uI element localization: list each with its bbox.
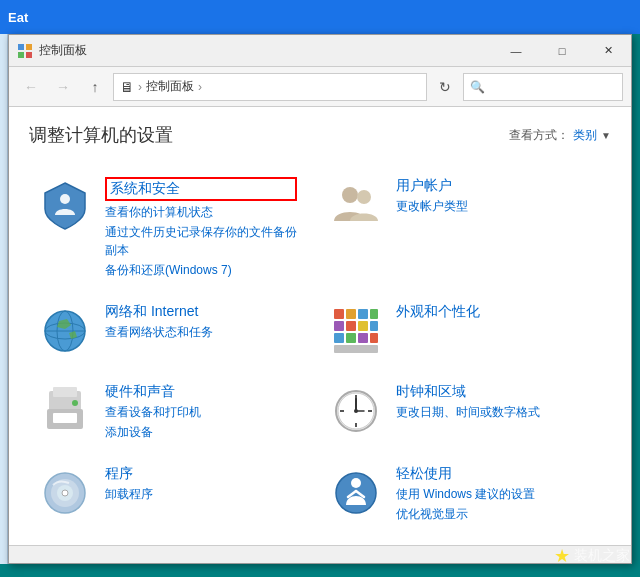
watermark-star: ★ xyxy=(554,545,570,567)
programs-info: 程序 卸载程序 xyxy=(105,465,153,503)
title-controls: — □ ✕ xyxy=(493,35,631,67)
watermark: ★ 装机之家 xyxy=(554,545,630,567)
svg-rect-22 xyxy=(370,333,378,343)
category-clock: 时钟和区域 更改日期、时间或数字格式 xyxy=(320,371,611,453)
user-accounts-icon xyxy=(328,177,384,233)
control-panel-window: 控制面板 — □ ✕ ← → ↑ 🖥 › 控制面板 › ↻ 🔍 调整计算机的设置… xyxy=(8,34,632,564)
network-info: 网络和 Internet 查看网络状态和任务 xyxy=(105,303,213,341)
clock-info: 时钟和区域 更改日期、时间或数字格式 xyxy=(396,383,540,421)
svg-rect-16 xyxy=(346,321,356,331)
hardware-sub1[interactable]: 查看设备和打印机 xyxy=(105,403,201,421)
maximize-button[interactable]: □ xyxy=(539,35,585,67)
svg-point-28 xyxy=(72,400,78,406)
svg-rect-13 xyxy=(358,309,368,319)
hardware-title[interactable]: 硬件和声音 xyxy=(105,383,201,401)
svg-rect-12 xyxy=(346,309,356,319)
svg-point-5 xyxy=(342,187,358,203)
svg-rect-23 xyxy=(334,345,378,353)
user-accounts-info: 用户帐户 更改帐户类型 xyxy=(396,177,468,215)
svg-rect-1 xyxy=(26,44,32,50)
address-path[interactable]: 🖥 › 控制面板 › xyxy=(113,73,427,101)
svg-rect-17 xyxy=(358,321,368,331)
category-ease-access: 轻松使用 使用 Windows 建议的设置 优化视觉显示 xyxy=(320,453,611,535)
svg-point-41 xyxy=(62,490,68,496)
left-sidebar xyxy=(0,34,8,564)
svg-point-43 xyxy=(351,478,361,488)
clock-sub1[interactable]: 更改日期、时间或数字格式 xyxy=(396,403,540,421)
svg-rect-19 xyxy=(334,333,344,343)
content-header: 调整计算机的设置 查看方式： 类别 ▼ xyxy=(9,107,631,155)
system-security-sub2[interactable]: 通过文件历史记录保存你的文件备份副本 xyxy=(105,223,297,259)
network-icon xyxy=(37,303,93,359)
category-user-accounts: 用户帐户 更改帐户类型 xyxy=(320,165,611,291)
clock-icon xyxy=(328,383,384,439)
path-separator2: › xyxy=(198,80,202,94)
taskbar-label: Eat xyxy=(8,10,28,25)
svg-point-4 xyxy=(60,194,70,204)
title-bar-left: 控制面板 xyxy=(17,42,87,59)
watermark-text: 装机之家 xyxy=(574,547,630,565)
ease-access-sub1[interactable]: 使用 Windows 建议的设置 xyxy=(396,485,535,503)
svg-rect-14 xyxy=(370,309,378,319)
category-hardware: 硬件和声音 查看设备和打印机 添加设备 xyxy=(29,371,320,453)
svg-rect-20 xyxy=(346,333,356,343)
programs-icon xyxy=(37,465,93,521)
clock-title[interactable]: 时钟和区域 xyxy=(396,383,540,401)
svg-point-6 xyxy=(357,190,371,204)
ease-access-icon xyxy=(328,465,384,521)
svg-rect-3 xyxy=(26,52,32,58)
hardware-sub2[interactable]: 添加设备 xyxy=(105,423,201,441)
category-appearance: 外观和个性化 xyxy=(320,291,611,371)
title-bar: 控制面板 — □ ✕ xyxy=(9,35,631,67)
content-area: 调整计算机的设置 查看方式： 类别 ▼ xyxy=(9,107,631,563)
status-bar xyxy=(9,545,631,563)
svg-rect-15 xyxy=(334,321,344,331)
page-title: 调整计算机的设置 xyxy=(29,123,173,147)
appearance-icon xyxy=(328,303,384,359)
category-system-security: 系统和安全 查看你的计算机状态 通过文件历史记录保存你的文件备份副本 备份和还原… xyxy=(29,165,320,291)
ease-access-sub2[interactable]: 优化视觉显示 xyxy=(396,505,535,523)
svg-rect-0 xyxy=(18,44,24,50)
forward-button[interactable]: → xyxy=(49,73,77,101)
taskbar-top: Eat xyxy=(0,0,640,34)
up-button[interactable]: ↑ xyxy=(81,73,109,101)
ease-access-info: 轻松使用 使用 Windows 建议的设置 优化视觉显示 xyxy=(396,465,535,523)
ease-access-title[interactable]: 轻松使用 xyxy=(396,465,535,483)
svg-rect-2 xyxy=(18,52,24,58)
appearance-info: 外观和个性化 xyxy=(396,303,480,321)
programs-sub1[interactable]: 卸载程序 xyxy=(105,485,153,503)
user-accounts-title[interactable]: 用户帐户 xyxy=(396,177,468,195)
search-box[interactable]: 🔍 xyxy=(463,73,623,101)
network-sub1[interactable]: 查看网络状态和任务 xyxy=(105,323,213,341)
search-icon: 🔍 xyxy=(470,80,485,94)
view-mode-value[interactable]: 类别 xyxy=(573,127,597,144)
title-text: 控制面板 xyxy=(39,42,87,59)
refresh-button[interactable]: ↻ xyxy=(431,73,459,101)
view-mode-selector: 查看方式： 类别 ▼ xyxy=(509,127,611,144)
system-security-sub1[interactable]: 查看你的计算机状态 xyxy=(105,203,297,221)
minimize-button[interactable]: — xyxy=(493,35,539,67)
close-button[interactable]: ✕ xyxy=(585,35,631,67)
system-security-sub3[interactable]: 备份和还原(Windows 7) xyxy=(105,261,297,279)
category-grid: 系统和安全 查看你的计算机状态 通过文件历史记录保存你的文件备份副本 备份和还原… xyxy=(9,155,631,545)
path-segment: 控制面板 xyxy=(146,78,194,95)
path-separator: › xyxy=(138,80,142,94)
programs-title[interactable]: 程序 xyxy=(105,465,153,483)
network-title[interactable]: 网络和 Internet xyxy=(105,303,213,321)
user-accounts-sub1[interactable]: 更改帐户类型 xyxy=(396,197,468,215)
address-bar: ← → ↑ 🖥 › 控制面板 › ↻ 🔍 xyxy=(9,67,631,107)
system-security-icon xyxy=(37,177,93,233)
hardware-info: 硬件和声音 查看设备和打印机 添加设备 xyxy=(105,383,201,441)
appearance-title[interactable]: 外观和个性化 xyxy=(396,303,480,321)
svg-rect-27 xyxy=(53,413,77,423)
svg-rect-25 xyxy=(53,387,77,397)
system-security-title[interactable]: 系统和安全 xyxy=(105,177,297,201)
hardware-icon xyxy=(37,383,93,439)
view-dropdown-icon[interactable]: ▼ xyxy=(601,130,611,141)
path-icon: 🖥 xyxy=(120,79,134,95)
svg-rect-11 xyxy=(334,309,344,319)
window-icon xyxy=(17,43,33,59)
category-network: 网络和 Internet 查看网络状态和任务 xyxy=(29,291,320,371)
back-button[interactable]: ← xyxy=(17,73,45,101)
view-mode-label: 查看方式： xyxy=(509,127,569,144)
